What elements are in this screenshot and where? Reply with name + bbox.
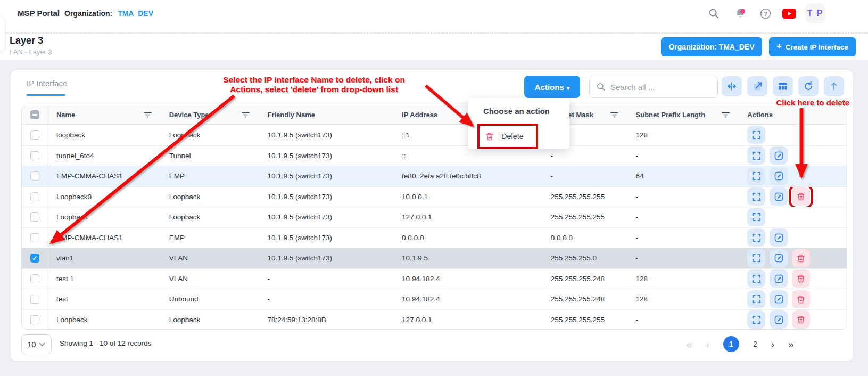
expand-row-button[interactable] (747, 269, 765, 288)
filter-icon-button[interactable] (144, 111, 152, 118)
cell-subnet-prefix-length: 128 (636, 295, 648, 303)
edit-row-button[interactable] (770, 269, 788, 288)
header-cell-device-type[interactable]: Device Type (161, 105, 260, 124)
expand-row-button[interactable] (747, 249, 765, 267)
expand-row-button[interactable] (747, 146, 765, 165)
delete-row-button[interactable] (792, 290, 810, 308)
msp-portal-page: MSP Portal Organization: TMA_DEV ? T P L… (0, 0, 868, 376)
cell-name: EMP-CMMA-CHAS1 (56, 172, 123, 180)
table-row: EMP-CMMA-CHAS1EMP10.1.9.5 (switch173)fe8… (22, 166, 847, 186)
organization-button[interactable]: Organization: TMA_DEV (661, 37, 762, 56)
trash-icon (796, 192, 806, 201)
edit-row-button[interactable] (770, 187, 788, 206)
cell-device-type: Loopback (169, 131, 201, 139)
filter-icon-button[interactable] (722, 111, 730, 118)
search-icon[interactable] (707, 6, 721, 20)
table-row: LoopbackLoopback78:24:59:13:28:8B127.0.0… (22, 309, 847, 330)
dropdown-item-delete[interactable]: Delete (480, 126, 536, 147)
delete-row-button[interactable] (792, 310, 810, 329)
filter-icon-button[interactable] (610, 111, 618, 118)
row-checkbox[interactable] (30, 171, 39, 181)
table-row: tunnel_6to4Tunnel10.1.9.5 (switch173)::-… (22, 145, 847, 166)
notifications-bell-icon[interactable] (733, 6, 747, 20)
export-button[interactable] (824, 76, 844, 96)
page-2-button[interactable]: 2 (753, 340, 757, 348)
filter-icon-button[interactable] (242, 111, 250, 118)
row-checkbox[interactable] (30, 315, 39, 324)
page-1-button[interactable]: 1 (723, 336, 739, 352)
cell-ip-address: 10.94.182.4 (402, 295, 440, 303)
delete-row-button[interactable] (792, 249, 810, 267)
organization-line: Organization: TMA_DEV (64, 9, 153, 18)
expand-row-button[interactable] (747, 187, 765, 206)
cell-ip-address: 0.0.0.0 (402, 234, 424, 242)
last-page-button[interactable]: » (788, 339, 794, 349)
next-page-button[interactable]: › (771, 339, 774, 349)
user-avatar[interactable]: T P (805, 3, 825, 23)
brand-title: MSP Portal (18, 9, 60, 18)
expand-row-button[interactable] (747, 167, 765, 185)
row-checkbox[interactable] (30, 295, 39, 304)
cell-subnet-prefix-length: 128 (636, 131, 648, 139)
edit-row-button[interactable] (770, 290, 788, 308)
select-all-checkbox[interactable] (30, 110, 39, 119)
expand-row-button[interactable] (747, 228, 765, 247)
filter-icon (242, 111, 250, 118)
actions-dropdown: Choose an action Delete (468, 98, 569, 149)
edit-row-button[interactable] (770, 146, 788, 165)
row-checkbox[interactable] (30, 233, 39, 242)
page-title: Layer 3 (10, 35, 43, 46)
youtube-icon[interactable] (782, 6, 796, 20)
header-label: Friendly Name (267, 111, 315, 119)
expand-icon (751, 253, 762, 263)
row-checkbox[interactable] (30, 130, 39, 140)
row-checkbox[interactable] (30, 151, 39, 160)
expand-row-button[interactable] (747, 310, 765, 329)
cell-device-type: Tunnel (169, 152, 191, 160)
header-cell-subnet-prefix-length[interactable]: Subnet Prefix Length (628, 105, 740, 124)
expand-row-button[interactable] (747, 290, 765, 308)
header-cell-actions[interactable]: Actions (739, 105, 847, 124)
refresh-button[interactable] (798, 76, 819, 96)
delete-row-button[interactable] (792, 187, 810, 206)
header-cell-friendly-name[interactable]: Friendly Name (259, 105, 394, 124)
row-checkbox[interactable] (30, 274, 39, 283)
cell-ip-address: 10.0.0.1 (402, 193, 428, 201)
expand-icon (751, 274, 762, 284)
help-icon[interactable]: ? (758, 6, 772, 20)
cell-name: Loopback0 (56, 193, 92, 201)
edit-row-button[interactable] (770, 310, 788, 329)
actions-button[interactable]: Actions▾ (524, 76, 580, 98)
edit-row-button[interactable] (770, 167, 788, 185)
cell-subnet-prefix-length: 128 (636, 275, 648, 283)
expand-icon (751, 151, 762, 161)
open-in-new-button[interactable] (747, 76, 767, 96)
cell-device-type: EMP (169, 234, 185, 242)
search-icon (596, 82, 606, 92)
expand-icon (751, 315, 762, 325)
page-size-select[interactable]: 10 (21, 334, 52, 354)
organization-link[interactable]: TMA_DEV (118, 9, 153, 18)
cell-name: Loopback (56, 316, 88, 324)
autofit-columns-button[interactable] (722, 76, 742, 96)
header-cell-name[interactable]: Name (48, 105, 161, 124)
expand-icon (751, 171, 762, 181)
column-settings-button[interactable] (773, 76, 793, 96)
tab-ip-interface[interactable]: IP Interface (27, 79, 67, 88)
first-page-button[interactable]: « (687, 339, 692, 349)
row-checkbox[interactable] (30, 192, 39, 201)
create-ip-interface-button[interactable]: + Create IP Interface (769, 37, 856, 56)
row-checkbox[interactable] (30, 254, 39, 263)
page-size-value: 10 (28, 340, 36, 349)
delete-row-button[interactable] (792, 269, 810, 288)
edit-row-button[interactable] (770, 249, 788, 267)
edit-row-button[interactable] (770, 228, 788, 247)
sidebar-toggle-tab[interactable] (0, 16, 5, 52)
search-input[interactable] (610, 83, 709, 92)
prev-page-button[interactable]: ‹ (706, 339, 709, 349)
cell-name: test 1 (56, 275, 74, 283)
expand-row-button[interactable] (747, 126, 765, 144)
cell-subnet-mask: 255.255.255.255 (551, 213, 605, 221)
expand-row-button[interactable] (747, 208, 765, 226)
row-checkbox[interactable] (30, 212, 39, 222)
